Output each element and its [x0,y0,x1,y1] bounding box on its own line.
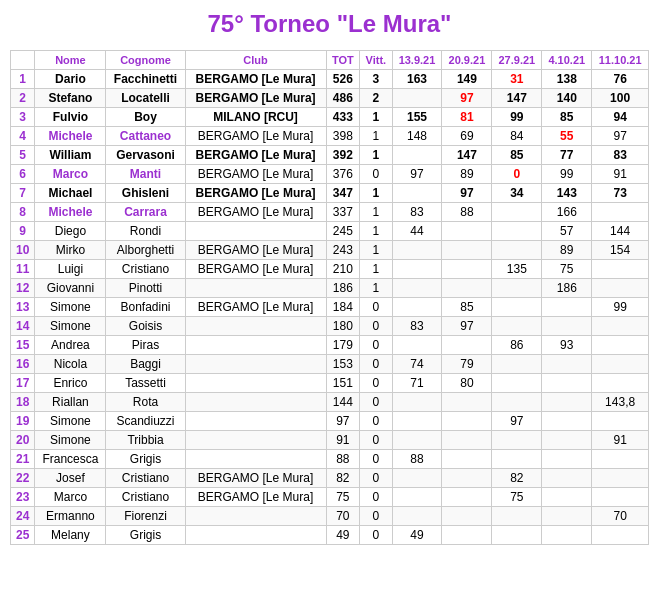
player-score-d1 [392,241,442,260]
table-row: 7MichaelGhisleniBERGAMO [Le Mura]3471973… [11,184,649,203]
row-number: 3 [11,108,35,127]
player-score-d1 [392,298,442,317]
player-score-d5: 99 [592,298,649,317]
player-score-d2: 97 [442,184,492,203]
player-cognome: Cristiano [106,260,185,279]
player-score-d1 [392,336,442,355]
player-nome: Marco [35,165,106,184]
row-number: 1 [11,70,35,89]
player-score-d1 [392,146,442,165]
player-score-d1 [392,488,442,507]
player-score-d3: 84 [492,127,542,146]
player-score-d2: 80 [442,374,492,393]
player-score-d3: 0 [492,165,542,184]
player-score-d4 [542,526,592,545]
player-score-d3 [492,526,542,545]
player-total: 245 [326,222,360,241]
player-cognome: Ghisleni [106,184,185,203]
player-club [185,412,326,431]
player-score-d5: 94 [592,108,649,127]
row-number: 17 [11,374,35,393]
player-cognome: Manti [106,165,185,184]
player-score-d3: 147 [492,89,542,108]
player-score-d4 [542,298,592,317]
player-cognome: Pinotti [106,279,185,298]
player-score-d2 [442,450,492,469]
player-cognome: Baggi [106,355,185,374]
player-club [185,374,326,393]
player-score-d4 [542,431,592,450]
player-score-d1 [392,431,442,450]
table-row: 4MicheleCattaneoBERGAMO [Le Mura]3981148… [11,127,649,146]
player-score-d1: 97 [392,165,442,184]
player-score-d2 [442,526,492,545]
tournament-table: Nome Cognome Club TOT Vitt. 13.9.21 20.9… [10,50,649,545]
player-vittorie: 0 [360,526,392,545]
player-nome: Diego [35,222,106,241]
table-row: 13SimoneBonfadiniBERGAMO [Le Mura]184085… [11,298,649,317]
player-cognome: Piras [106,336,185,355]
player-score-d4 [542,450,592,469]
player-score-d3 [492,431,542,450]
player-club: BERGAMO [Le Mura] [185,127,326,146]
player-cognome: Cristiano [106,488,185,507]
player-cognome: Rondi [106,222,185,241]
player-score-d4: 138 [542,70,592,89]
player-score-d4: 140 [542,89,592,108]
player-total: 75 [326,488,360,507]
player-score-d4: 55 [542,127,592,146]
row-number: 20 [11,431,35,450]
player-score-d2: 97 [442,317,492,336]
table-row: 2StefanoLocatelliBERGAMO [Le Mura]486297… [11,89,649,108]
player-score-d4: 57 [542,222,592,241]
row-number: 22 [11,469,35,488]
table-row: 22JosefCristianoBERGAMO [Le Mura]82082 [11,469,649,488]
player-score-d5: 143,8 [592,393,649,412]
player-score-d5 [592,526,649,545]
player-score-d2 [442,412,492,431]
table-row: 11LuigiCristianoBERGAMO [Le Mura]2101135… [11,260,649,279]
player-club: BERGAMO [Le Mura] [185,70,326,89]
player-score-d1: 44 [392,222,442,241]
player-nome: Michele [35,127,106,146]
player-club: BERGAMO [Le Mura] [185,203,326,222]
player-nome: Ermanno [35,507,106,526]
player-score-d4: 186 [542,279,592,298]
player-score-d5 [592,260,649,279]
player-score-d3: 97 [492,412,542,431]
player-nome: William [35,146,106,165]
player-club: MILANO [RCU] [185,108,326,127]
table-row: 23MarcoCristianoBERGAMO [Le Mura]75075 [11,488,649,507]
player-nome: Michael [35,184,106,203]
player-total: 243 [326,241,360,260]
player-score-d3: 82 [492,469,542,488]
player-score-d4 [542,469,592,488]
table-row: 12GiovanniPinotti1861186 [11,279,649,298]
player-club: BERGAMO [Le Mura] [185,488,326,507]
player-score-d5 [592,374,649,393]
player-score-d2: 88 [442,203,492,222]
player-nome: Simone [35,412,106,431]
player-score-d2 [442,222,492,241]
player-total: 82 [326,469,360,488]
player-total: 186 [326,279,360,298]
table-row: 16NicolaBaggi15307479 [11,355,649,374]
player-club [185,317,326,336]
player-total: 144 [326,393,360,412]
col-d4: 4.10.21 [542,51,592,70]
player-score-d2: 97 [442,89,492,108]
player-total: 184 [326,298,360,317]
table-row: 8MicheleCarraraBERGAMO [Le Mura]33718388… [11,203,649,222]
player-cognome: Gervasoni [106,146,185,165]
table-header: Nome Cognome Club TOT Vitt. 13.9.21 20.9… [11,51,649,70]
player-club [185,526,326,545]
player-vittorie: 1 [360,127,392,146]
player-score-d2: 85 [442,298,492,317]
player-score-d1 [392,412,442,431]
player-club: BERGAMO [Le Mura] [185,165,326,184]
player-vittorie: 0 [360,336,392,355]
player-nome: Francesca [35,450,106,469]
player-score-d3: 135 [492,260,542,279]
player-score-d4 [542,488,592,507]
table-row: 25MelanyGrigis49049 [11,526,649,545]
